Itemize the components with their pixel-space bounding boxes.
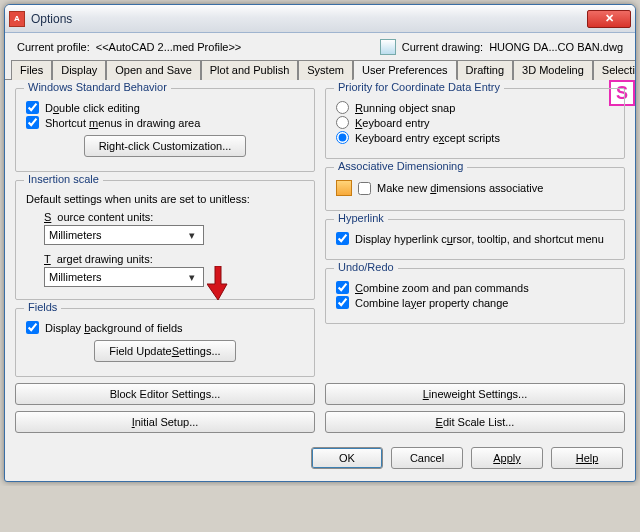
group-title: Priority for Coordinate Data Entry bbox=[334, 81, 504, 93]
group-associative-dimensioning: Associative Dimensioning Make new dimens… bbox=[325, 167, 625, 211]
drawing-label: Current drawing: bbox=[402, 41, 483, 53]
chk-combine-layer-change-input[interactable] bbox=[336, 296, 349, 309]
tab-display[interactable]: Display bbox=[52, 60, 106, 80]
block-editor-settings-button[interactable]: Block Editor Settings... bbox=[15, 383, 315, 405]
header-row: Current profile: <<AutoCAD 2...med Profi… bbox=[5, 33, 635, 59]
group-hyperlink: Hyperlink Display hyperlink cursor, tool… bbox=[325, 219, 625, 260]
cancel-button[interactable]: Cancel bbox=[391, 447, 463, 469]
chk-label: Double click editing bbox=[45, 102, 140, 114]
right-click-customization-button[interactable]: Right-click Customization... bbox=[84, 135, 247, 157]
tab-system[interactable]: System bbox=[298, 60, 353, 80]
apply-label: Apply bbox=[493, 452, 521, 464]
chk-double-click-editing[interactable]: Double click editing bbox=[26, 101, 304, 114]
chk-associative-dimensions-input[interactable] bbox=[358, 182, 371, 195]
chk-display-field-background[interactable]: Display background of fields bbox=[26, 321, 304, 334]
group-undo-redo: Undo/Redo Combine zoom and pan commands … bbox=[325, 268, 625, 324]
radio-keyboard-entry-input[interactable] bbox=[336, 116, 349, 129]
window-title: Options bbox=[31, 12, 587, 26]
group-priority-coordinate-entry: Priority for Coordinate Data Entry Runni… bbox=[325, 88, 625, 159]
profile-label: Current profile: bbox=[17, 41, 90, 53]
group-title: Hyperlink bbox=[334, 212, 388, 224]
source-units-label: Source content units: bbox=[44, 211, 304, 223]
options-dialog: A Options ✕ Current profile: <<AutoCAD 2… bbox=[4, 4, 636, 482]
group-title: Windows Standard Behavior bbox=[24, 81, 171, 93]
help-button[interactable]: Help bbox=[551, 447, 623, 469]
left-column: Windows Standard Behavior Double click e… bbox=[15, 88, 315, 377]
tab-plot-and-publish[interactable]: Plot and Publish bbox=[201, 60, 299, 80]
chk-shortcut-menus-input[interactable] bbox=[26, 116, 39, 129]
chk-hyperlink-cursor[interactable]: Display hyperlink cursor, tooltip, and s… bbox=[336, 232, 614, 245]
apply-button[interactable]: Apply bbox=[471, 447, 543, 469]
chk-label: Combine zoom and pan commands bbox=[355, 282, 529, 294]
target-units-label: Target drawing units: bbox=[44, 253, 304, 265]
tab-selection[interactable]: Selection bbox=[593, 60, 636, 80]
group-title: Undo/Redo bbox=[334, 261, 398, 273]
drawing-value: HUONG DA...CO BAN.dwg bbox=[489, 41, 623, 53]
target-units-select[interactable]: Millimeters ▾ bbox=[44, 267, 204, 287]
chk-label: Make new dimensions associative bbox=[377, 182, 543, 194]
lineweight-settings-button[interactable]: Lineweight Settings... bbox=[325, 383, 625, 405]
close-button[interactable]: ✕ bbox=[587, 10, 631, 28]
dimension-icon bbox=[336, 180, 352, 196]
chk-combine-zoom-pan-input[interactable] bbox=[336, 281, 349, 294]
group-title: Insertion scale bbox=[24, 173, 103, 185]
chk-shortcut-menus[interactable]: Shortcut menus in drawing area bbox=[26, 116, 304, 129]
group-title: Associative Dimensioning bbox=[334, 160, 467, 172]
chk-double-click-editing-input[interactable] bbox=[26, 101, 39, 114]
tab-3d-modeling[interactable]: 3D Modeling bbox=[513, 60, 593, 80]
radio-running-osnap[interactable]: Running object snap bbox=[336, 101, 614, 114]
edit-scale-list-button[interactable]: Edit Scale List... bbox=[325, 411, 625, 433]
radio-keyboard-except-scripts[interactable]: Keyboard entry except scripts bbox=[336, 131, 614, 144]
chevron-down-icon: ▾ bbox=[185, 271, 199, 284]
radio-keyboard-except-scripts-input[interactable] bbox=[336, 131, 349, 144]
tab-files[interactable]: Files bbox=[11, 60, 52, 80]
tab-user-preferences[interactable]: User Preferences bbox=[353, 60, 457, 80]
source-units-value: Millimeters bbox=[49, 229, 102, 241]
group-windows-standard-behavior: Windows Standard Behavior Double click e… bbox=[15, 88, 315, 172]
chk-label: Combine layer property change bbox=[355, 297, 508, 309]
insertion-note: Default settings when units are set to u… bbox=[26, 193, 304, 205]
tab-open-and-save[interactable]: Open and Save bbox=[106, 60, 200, 80]
tab-strip: Files Display Open and Save Plot and Pub… bbox=[5, 59, 635, 80]
group-fields: Fields Display background of fields Fiel… bbox=[15, 308, 315, 377]
right-column: Priority for Coordinate Data Entry Runni… bbox=[325, 88, 625, 377]
drawing-icon bbox=[380, 39, 396, 55]
chk-label: Shortcut menus in drawing area bbox=[45, 117, 200, 129]
chk-combine-zoom-pan[interactable]: Combine zoom and pan commands bbox=[336, 281, 614, 294]
group-title: Fields bbox=[24, 301, 61, 313]
app-icon: A bbox=[9, 11, 25, 27]
ok-button[interactable]: OK bbox=[311, 447, 383, 469]
radio-label: Keyboard entry except scripts bbox=[355, 132, 500, 144]
chk-associative-dimensions[interactable]: Make new dimensions associative bbox=[358, 182, 543, 195]
group-insertion-scale: Insertion scale Default settings when un… bbox=[15, 180, 315, 300]
chevron-down-icon: ▾ bbox=[185, 229, 199, 242]
chk-label: Display background of fields bbox=[45, 322, 183, 334]
tab-drafting[interactable]: Drafting bbox=[457, 60, 514, 80]
radio-label: Running object snap bbox=[355, 102, 455, 114]
radio-keyboard-entry[interactable]: Keyboard entry bbox=[336, 116, 614, 129]
profile-value: <<AutoCAD 2...med Profile>> bbox=[96, 41, 242, 53]
chk-display-field-background-input[interactable] bbox=[26, 321, 39, 334]
window-buttons: ✕ bbox=[587, 10, 631, 28]
chk-hyperlink-cursor-input[interactable] bbox=[336, 232, 349, 245]
chk-combine-layer-change[interactable]: Combine layer property change bbox=[336, 296, 614, 309]
initial-setup-button[interactable]: Initial Setup... bbox=[15, 411, 315, 433]
titlebar[interactable]: A Options ✕ bbox=[5, 5, 635, 33]
source-units-select[interactable]: Millimeters ▾ bbox=[44, 225, 204, 245]
field-update-settings-button[interactable]: Field Update Settings... bbox=[94, 340, 235, 362]
help-label: Help bbox=[576, 452, 599, 464]
target-units-value: Millimeters bbox=[49, 271, 102, 283]
chk-label: Display hyperlink cursor, tooltip, and s… bbox=[355, 233, 604, 245]
radio-running-osnap-input[interactable] bbox=[336, 101, 349, 114]
dialog-footer: OK Cancel Apply Help bbox=[5, 439, 635, 481]
radio-label: Keyboard entry bbox=[355, 117, 430, 129]
